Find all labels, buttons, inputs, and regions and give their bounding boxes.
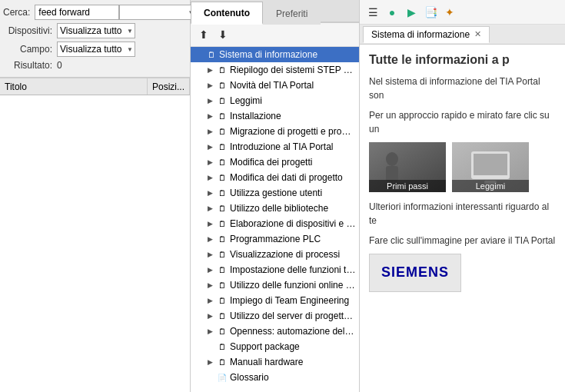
toc-item-16[interactable]: ▶ 🗒 Impiego di Team Engineering	[191, 293, 359, 308]
content-title: Tutte le informazioni a p	[369, 52, 556, 68]
toc-item-3[interactable]: ▶ 🗒 Leggimi	[191, 93, 359, 108]
bookmark-button[interactable]: 📑	[422, 4, 439, 21]
devices-label: Dispositivi:	[3, 25, 57, 36]
expand-icon-5: ▶	[204, 126, 215, 137]
doc-icon-17: 🗒	[217, 311, 228, 321]
back-button[interactable]: ●	[384, 4, 400, 21]
toc-item-4[interactable]: ▶ 🗒 Installazione	[191, 108, 359, 124]
result-row: Risultato: 0	[3, 60, 187, 71]
content-para2: Per un approccio rapido e mirato fare cl…	[369, 108, 556, 136]
toc-item-6[interactable]: ▶ 🗒 Introduzione al TIA Portal	[191, 139, 359, 154]
toc-toggle-button[interactable]: ☰	[364, 4, 381, 21]
expand-icon-9: ▶	[204, 188, 215, 198]
toc-label-4: Installazione	[230, 111, 356, 121]
toc-item-9[interactable]: ▶ 🗒 Utilizza gestione utenti	[191, 185, 359, 201]
content-toolbar: ☰ ● ▶ 📑 ✦	[360, 0, 565, 25]
expand-icon-20: ▶	[204, 357, 215, 367]
toc-item-14[interactable]: ▶ 🗒 Impostazione delle funzioni tecnol..…	[191, 262, 359, 277]
results-header: Titolo Posizi...	[0, 78, 190, 95]
toc-item-13[interactable]: ▶ 🗒 Visualizzazione di processi	[191, 247, 359, 262]
toc-item-12[interactable]: ▶ 🗒 Programmazione PLC	[191, 231, 359, 247]
devices-dropdown[interactable]: Visualizza tutto	[57, 23, 135, 38]
doc-icon-2: 🗒	[217, 80, 228, 91]
svg-rect-7	[474, 154, 507, 175]
expand-icon-19	[204, 341, 215, 352]
toc-item-20[interactable]: ▶ 🗒 Manuali hardware	[191, 354, 359, 370]
content-tab-close-button[interactable]: ✕	[474, 29, 481, 39]
tabs-bar: Contenuto Preferiti	[191, 0, 359, 23]
toc-item-10[interactable]: ▶ 🗒 Utilizzo delle biblioteche	[191, 201, 359, 216]
expand-icon-6: ▶	[204, 141, 215, 152]
toc-label-13: Visualizzazione di processi	[230, 249, 356, 260]
expand-icon-11: ▶	[204, 218, 215, 229]
download-button[interactable]: ⬇	[214, 26, 231, 43]
doc-icon-20: 🗒	[217, 357, 228, 367]
siemens-logo-box[interactable]: SIEMENS	[369, 254, 461, 292]
toc-item-17[interactable]: ▶ 🗒 Utilizzo del server di progetto TIA	[191, 308, 359, 324]
image-caption-1: Primi passi	[369, 180, 446, 192]
toc-item-11[interactable]: ▶ 🗒 Elaborazione di dispositivi e reti	[191, 216, 359, 231]
expand-icon-10: ▶	[204, 203, 215, 214]
content-tab-bar: Sistema di informazione ✕	[360, 25, 565, 45]
toc-item-19[interactable]: 🗒 Support package	[191, 339, 359, 354]
expand-icon-12: ▶	[204, 234, 215, 244]
content-images: Primi passi Leggimi	[369, 142, 556, 192]
siemens-label: SIEMENS	[381, 264, 449, 281]
doc-icon-10: 🗒	[217, 203, 228, 214]
doc-icon-6: 🗒	[217, 141, 228, 152]
upload-button[interactable]: ⬆	[195, 26, 212, 43]
expand-icon-root	[194, 49, 204, 60]
field-dropdown-wrapper: Visualizza tutto	[57, 42, 135, 57]
middle-panel: Contenuto Preferiti ⬆ ⬇ 🗒 Sistema di inf…	[191, 0, 360, 392]
toc-label-19: Support package	[230, 341, 356, 352]
tab-preferiti[interactable]: Preferiti	[263, 2, 321, 25]
doc-icon-3: 🗒	[217, 95, 228, 106]
expand-icon-14: ▶	[204, 264, 215, 275]
doc-icon-8: 🗒	[217, 172, 228, 183]
image-leggimi[interactable]: Leggimi	[452, 142, 529, 192]
search-mode-dropdown[interactable]	[119, 5, 196, 20]
toc-item-5[interactable]: ▶ 🗒 Migrazione di progetti e programmi	[191, 124, 359, 139]
toc-label-11: Elaborazione di dispositivi e reti	[230, 218, 356, 229]
toc-toolbar: ⬆ ⬇	[191, 23, 359, 47]
toc-item-18[interactable]: ▶ 🗒 Openness: automazione del progetto	[191, 324, 359, 339]
toc-label-5: Migrazione di progetti e programmi	[230, 126, 356, 137]
toc-item-root[interactable]: 🗒 Sistema di informazione	[191, 47, 359, 62]
toc-item-7[interactable]: ▶ 🗒 Modifica dei progetti	[191, 154, 359, 170]
expand-icon-4: ▶	[204, 111, 215, 121]
field-dropdown[interactable]: Visualizza tutto	[57, 42, 135, 57]
doc-icon-1: 🗒	[217, 65, 228, 75]
search-input[interactable]	[35, 5, 119, 20]
toc-label-18: Openness: automazione del progetto	[230, 326, 356, 337]
content-para4: Fare clic sull'immagine per aviare il TI…	[369, 234, 556, 247]
toc-item-8[interactable]: ▶ 🗒 Modifica dei dati di progetto	[191, 170, 359, 185]
expand-icon-17: ▶	[204, 311, 215, 321]
content-para3: Ulteriori informazioni interessanti rigu…	[369, 200, 556, 228]
doc-icon-19: 🗒	[217, 341, 228, 352]
tab-contenuto[interactable]: Contenuto	[191, 2, 263, 25]
toc-label-1: Riepilogo dei sistemi STEP 7 e Wi...	[230, 65, 356, 75]
image-primi-passi[interactable]: Primi passi	[369, 142, 446, 192]
expand-icon-7: ▶	[204, 157, 215, 168]
svg-rect-2	[386, 166, 398, 181]
field-label: Campo:	[3, 44, 57, 55]
expand-icon-1: ▶	[204, 65, 215, 75]
toc-label-20: Manuali hardware	[230, 357, 356, 367]
search-label: Cerca:	[3, 7, 35, 18]
doc-icon-18: 🗒	[217, 326, 228, 337]
doc-icon-13: 🗒	[217, 249, 228, 260]
toc-item-1[interactable]: ▶ 🗒 Riepilogo dei sistemi STEP 7 e Wi...	[191, 62, 359, 78]
expand-icon-13: ▶	[204, 249, 215, 260]
toc-item-15[interactable]: ▶ 🗒 Utilizzo delle funzioni online e di …	[191, 277, 359, 293]
forward-button[interactable]: ▶	[403, 4, 420, 21]
doc-icon-15: 🗒	[217, 280, 228, 291]
doc-icon-14: 🗒	[217, 264, 228, 275]
toc-item-21[interactable]: 📄 Glossario	[191, 370, 359, 385]
results-table: Titolo Posizi...	[0, 78, 190, 392]
toc-label-14: Impostazione delle funzioni tecnol...	[230, 264, 356, 275]
doc-icon-21: 📄	[217, 372, 228, 383]
toc-item-2[interactable]: ▶ 🗒 Novità del TIA Portal	[191, 78, 359, 93]
content-tab-main[interactable]: Sistema di informazione ✕	[363, 26, 490, 43]
expand-icon-18: ▶	[204, 326, 215, 337]
sync-button[interactable]: ✦	[441, 4, 458, 21]
